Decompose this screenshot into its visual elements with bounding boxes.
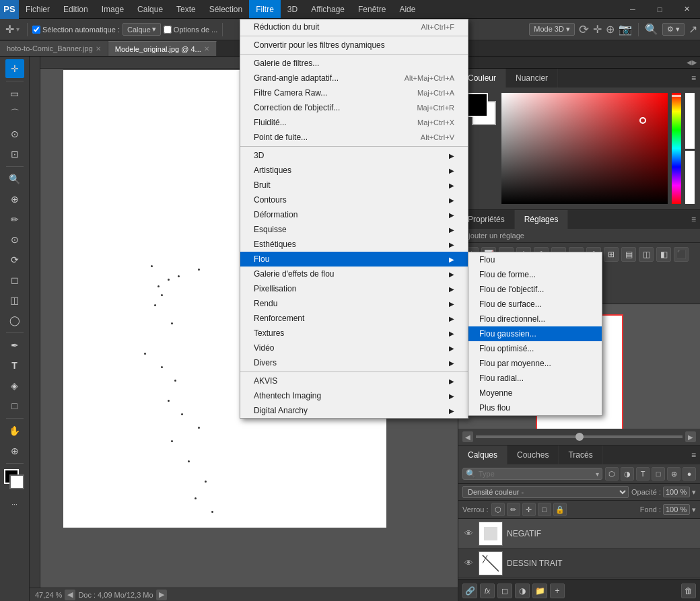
layer-row-dessin-trait[interactable]: 👁 DESSIN TRAIT <box>458 549 700 578</box>
adj-pattern[interactable]: ⊞ <box>534 285 549 299</box>
menu-calque[interactable]: Calque <box>131 0 170 18</box>
opacity-dropdown[interactable]: ▾ <box>692 488 696 497</box>
options-checkbox[interactable]: Options de ... <box>164 26 217 34</box>
adj-gradient-map[interactable]: ▭ <box>464 264 479 279</box>
menu-texte[interactable]: Texte <box>170 0 203 18</box>
adj-alert[interactable]: ⚠ <box>551 285 566 299</box>
adj-color-lookup[interactable]: ▤ <box>621 247 636 262</box>
color-panel-options[interactable]: ≡ <box>687 69 700 87</box>
background-color[interactable] <box>9 474 24 489</box>
tool-crop[interactable]: ⊡ <box>5 145 24 164</box>
status-arrow-right[interactable]: ▶ <box>156 590 167 600</box>
panel-collapse-left[interactable]: ◀ <box>687 59 692 66</box>
adj-threshold[interactable]: ⬛ <box>674 247 689 262</box>
tool-select-rect[interactable]: ▭ <box>5 84 24 103</box>
adj-hsl[interactable]: ⬡ <box>534 247 549 262</box>
doc-tab-2-close[interactable]: ✕ <box>204 45 209 52</box>
lock-all[interactable]: 🔒 <box>553 503 567 516</box>
move-3d-btn[interactable]: ✛ <box>593 23 602 36</box>
layers-panel-menu[interactable]: ≡ <box>687 446 700 464</box>
scale-3d-btn[interactable]: ⊕ <box>606 23 615 36</box>
layer-visibility-dessin-trait[interactable]: 👁 <box>462 557 475 569</box>
layer-filter-pixel[interactable]: ⬡ <box>605 467 619 481</box>
tool-gradient[interactable]: ◫ <box>5 291 24 310</box>
search-dropdown-icon[interactable]: ▾ <box>596 470 599 478</box>
tool-lasso[interactable]: ⌒ <box>5 104 24 123</box>
minimize-button[interactable]: ─ <box>619 0 646 19</box>
foreground-swatch[interactable] <box>464 93 488 117</box>
panel-collapse-right[interactable]: ▶ <box>692 59 697 66</box>
menu-selection[interactable]: Sélection <box>203 0 249 18</box>
menu-edition[interactable]: Edition <box>57 0 95 18</box>
rotate-3d-btn[interactable]: ⟳ <box>579 22 589 37</box>
tool-brush[interactable]: ✏ <box>5 210 24 229</box>
color-gradient[interactable] <box>501 93 668 204</box>
adj-vibrance[interactable]: ❋ <box>516 247 531 262</box>
layer-filter-toggle[interactable]: ● <box>682 467 696 481</box>
adj-posterize[interactable]: ◧ <box>656 247 671 262</box>
tool-type[interactable]: T <box>5 356 24 375</box>
tab-calques[interactable]: Calques <box>458 446 508 464</box>
tool-dodge[interactable]: ◯ <box>5 311 24 330</box>
tab-traces[interactable]: Tracés <box>559 446 602 464</box>
layer-folder-btn[interactable]: 📁 <box>532 584 547 598</box>
lock-artboard[interactable]: □ <box>538 503 551 516</box>
tool-path-select[interactable]: ◈ <box>5 376 24 395</box>
restore-button[interactable]: □ <box>646 0 673 19</box>
tab-proprietes[interactable]: Propriétés <box>458 210 515 229</box>
workspace-btn[interactable]: ⚙ ▾ <box>662 23 685 36</box>
layer-adjustment-btn[interactable]: ◑ <box>515 584 530 598</box>
menu-filtre[interactable]: Filtre <box>249 0 281 18</box>
tool-zoom[interactable]: ⊕ <box>5 441 24 460</box>
layer-filter-shape[interactable]: □ <box>652 467 665 481</box>
fg-bg-colors[interactable] <box>4 469 26 491</box>
tab-nuancier[interactable]: Nuancier <box>506 69 558 87</box>
tool-hand[interactable]: ✋ <box>5 421 24 440</box>
menu-fenetre[interactable]: Fenêtre <box>351 0 392 18</box>
adj-color-balance[interactable]: ◈ <box>551 247 566 262</box>
doc-tab-2[interactable]: Modele_original.jpg @ 4... ✕ <box>108 41 217 56</box>
adj-photo-filter[interactable]: ⬡ <box>586 247 601 262</box>
3d-mode-btn[interactable]: Mode 3D ▾ <box>529 23 575 36</box>
tool-move[interactable]: ✛ <box>5 59 24 78</box>
zoom-arrow-right[interactable]: ▶ <box>685 431 696 442</box>
adj-gradient2[interactable]: ▭ <box>499 285 514 299</box>
adj-selective-color[interactable]: ❑ <box>481 264 496 279</box>
opacity-slider[interactable] <box>685 93 695 204</box>
hue-slider[interactable] <box>672 93 681 204</box>
camera-btn[interactable]: 📷 <box>619 23 632 36</box>
tab-couleur[interactable]: Couleur <box>458 69 506 87</box>
tool-history[interactable]: ⟳ <box>5 250 24 269</box>
tool-shape[interactable]: □ <box>5 396 24 415</box>
layer-new-btn[interactable]: + <box>550 584 565 598</box>
layer-filter-type[interactable]: T <box>636 467 650 481</box>
zoom-track[interactable] <box>476 435 682 438</box>
blend-mode-select[interactable]: Densité couleur - <box>462 486 629 498</box>
tool-quick-select[interactable]: ⊙ <box>5 125 24 143</box>
adj-invert[interactable]: ◫ <box>639 247 654 262</box>
tool-more[interactable]: ··· <box>5 495 24 514</box>
close-button[interactable]: ✕ <box>673 0 700 19</box>
lock-pixels[interactable]: ✏ <box>507 503 520 516</box>
adj-solid-color[interactable]: ■ <box>516 285 531 299</box>
zoom-arrow-left[interactable]: ◀ <box>462 431 473 442</box>
tab-couches[interactable]: Couches <box>508 446 559 464</box>
menu-image[interactable]: Image <box>95 0 131 18</box>
adj-panel-menu[interactable]: ≡ <box>687 210 700 229</box>
menu-aide[interactable]: Aide <box>392 0 422 18</box>
tab-reglages[interactable]: Réglages <box>515 210 569 229</box>
layer-link-btn[interactable]: 🔗 <box>462 584 477 598</box>
fill-input[interactable] <box>663 504 690 515</box>
lock-position[interactable]: ✛ <box>522 503 536 516</box>
tool-clone[interactable]: ⊙ <box>5 230 24 249</box>
menu-3d[interactable]: 3D <box>281 0 304 18</box>
layer-filter-smart[interactable]: ⊕ <box>667 467 680 481</box>
doc-tab-1[interactable]: hoto-to-Comic_Banner.jpg ✕ <box>0 41 108 56</box>
adj-exposure[interactable]: ◑ <box>499 247 514 262</box>
search-btn[interactable]: 🔍 <box>645 23 658 36</box>
menu-fichier[interactable]: Fichier <box>19 0 57 18</box>
fill-dropdown[interactable]: ▾ <box>692 505 696 514</box>
layers-search-input[interactable] <box>479 470 593 478</box>
tool-heal[interactable]: ⊕ <box>5 190 24 209</box>
tool-eyedropper[interactable]: 🔍 <box>5 170 24 188</box>
